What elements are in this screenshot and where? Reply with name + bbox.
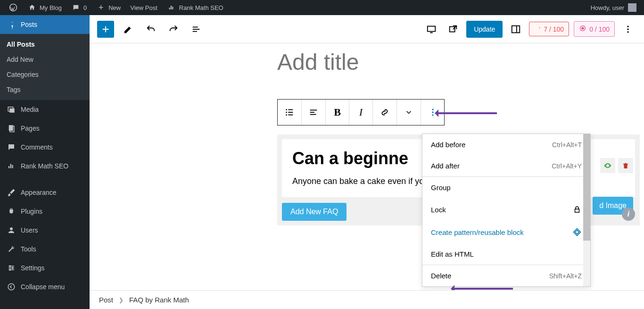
sidebar-submenu-posts: All Posts Add New Categories Tags bbox=[0, 34, 90, 100]
outline-button[interactable] bbox=[188, 21, 205, 38]
italic-button[interactable]: I bbox=[349, 100, 373, 125]
sidebar-item-posts[interactable]: Posts bbox=[0, 15, 90, 34]
sidebar-toggle-button[interactable] bbox=[507, 21, 524, 38]
svg-rect-28 bbox=[288, 112, 293, 113]
faq-delete-button[interactable] bbox=[618, 158, 633, 173]
svg-rect-30 bbox=[288, 115, 293, 116]
align-button[interactable] bbox=[302, 100, 326, 125]
dd-group[interactable]: Group bbox=[422, 177, 590, 198]
new-link[interactable]: +New bbox=[91, 0, 125, 15]
dd-edit-html[interactable]: Edit as HTML bbox=[422, 243, 590, 265]
undo-button[interactable] bbox=[142, 21, 159, 38]
dd-lock[interactable]: Lock bbox=[422, 198, 590, 221]
home-icon bbox=[27, 3, 37, 12]
sidebar-appearance-label: Appearance bbox=[21, 189, 57, 196]
add-block-button[interactable] bbox=[97, 21, 114, 38]
dd-add-before[interactable]: Add beforeCtrl+Alt+T bbox=[422, 134, 590, 155]
options-button[interactable] bbox=[619, 21, 636, 38]
svg-rect-8 bbox=[8, 269, 14, 270]
svg-rect-18 bbox=[512, 25, 520, 33]
sidebar-item-users[interactable]: Users bbox=[0, 221, 90, 240]
sidebar-item-tools[interactable]: Tools bbox=[0, 240, 90, 259]
faq-visibility-button[interactable] bbox=[600, 158, 615, 173]
dd-add-after[interactable]: Add afterCtrl+Alt+Y bbox=[422, 155, 590, 176]
svg-rect-7 bbox=[8, 267, 14, 268]
avatar[interactable] bbox=[628, 3, 636, 12]
svg-point-12 bbox=[8, 284, 15, 290]
trend-icon bbox=[534, 25, 541, 33]
faq-actions bbox=[600, 158, 633, 173]
svg-rect-11 bbox=[9, 269, 10, 271]
sidebar-item-comments[interactable]: Comments bbox=[0, 138, 90, 157]
svg-point-5 bbox=[10, 227, 13, 230]
edit-mode-button[interactable] bbox=[120, 21, 137, 38]
dd-add-after-kbd: Ctrl+Alt+Y bbox=[552, 162, 582, 170]
add-new-faq-button[interactable]: Add New FAQ bbox=[282, 203, 347, 221]
site-name: My Blog bbox=[40, 4, 62, 11]
update-button[interactable]: Update bbox=[466, 21, 503, 38]
preview-button[interactable] bbox=[445, 21, 462, 38]
sidebar-item-settings[interactable]: Settings bbox=[0, 259, 90, 277]
view-button[interactable] bbox=[423, 21, 440, 38]
breadcrumb-post[interactable]: Post bbox=[99, 296, 113, 304]
link-button[interactable] bbox=[373, 100, 397, 125]
seo-score-2[interactable]: 0 / 100 bbox=[574, 21, 615, 37]
howdy-text[interactable]: Howdy, user bbox=[591, 4, 624, 11]
block-toolbar: B I bbox=[277, 99, 445, 125]
plug-icon bbox=[7, 207, 16, 216]
block-options-dropdown: Add beforeCtrl+Alt+T Add afterCtrl+Alt+Y… bbox=[422, 134, 591, 287]
sidebar-sub-tags[interactable]: Tags bbox=[0, 82, 90, 97]
sidebar-plugins-label: Plugins bbox=[21, 208, 42, 215]
dd-create-pattern-label: Create pattern/reusable block bbox=[431, 228, 524, 236]
brush-icon bbox=[7, 188, 16, 197]
bold-button[interactable]: B bbox=[326, 100, 349, 125]
seo-label: Rank Math SEO bbox=[179, 4, 223, 11]
editor-area: Update 7 / 100 0 / 100 Add title B I bbox=[90, 15, 644, 309]
sidebar-item-appearance[interactable]: Appearance bbox=[0, 183, 90, 202]
svg-point-22 bbox=[627, 25, 628, 27]
svg-rect-2 bbox=[9, 109, 15, 113]
editor-canvas: Add title B I Can a beginne Anyone can b… bbox=[90, 43, 644, 290]
sidebar-sub-add-new[interactable]: Add New bbox=[0, 52, 90, 67]
svg-rect-14 bbox=[193, 29, 200, 30]
seo-score-1-value: 7 / 100 bbox=[544, 25, 564, 33]
comment-icon bbox=[71, 3, 81, 12]
svg-rect-33 bbox=[310, 114, 316, 115]
svg-point-24 bbox=[627, 31, 628, 33]
more-format-button[interactable] bbox=[397, 100, 421, 125]
dd-add-before-label: Add before bbox=[431, 141, 465, 149]
svg-rect-26 bbox=[288, 109, 293, 110]
svg-rect-37 bbox=[575, 209, 579, 212]
dd-create-pattern[interactable]: Create pattern/reusable block bbox=[422, 221, 590, 243]
svg-rect-6 bbox=[8, 266, 14, 267]
post-title-input[interactable]: Add title bbox=[277, 49, 359, 75]
block-type-button[interactable] bbox=[278, 100, 302, 125]
wordpress-icon bbox=[8, 3, 18, 12]
svg-rect-31 bbox=[310, 110, 317, 111]
sidebar-item-plugins[interactable]: Plugins bbox=[0, 202, 90, 221]
redo-button[interactable] bbox=[165, 21, 182, 38]
wp-logo[interactable] bbox=[4, 0, 23, 15]
dd-delete-label: Delete bbox=[431, 272, 451, 280]
sidebar-item-pages[interactable]: Pages bbox=[0, 119, 90, 138]
sidebar-item-rankmath[interactable]: Rank Math SEO bbox=[0, 157, 90, 175]
sidebar-pages-label: Pages bbox=[21, 125, 40, 132]
dropdown-scrollbar[interactable] bbox=[583, 134, 590, 286]
svg-rect-10 bbox=[12, 267, 13, 269]
seo-score-1[interactable]: 7 / 100 bbox=[529, 22, 569, 36]
info-icon[interactable]: i bbox=[622, 208, 635, 221]
seo-link[interactable]: Rank Math SEO bbox=[162, 0, 228, 15]
site-link[interactable]: My Blog bbox=[23, 0, 66, 15]
comments-link[interactable]: 0 bbox=[66, 0, 91, 15]
collapse-icon bbox=[7, 282, 16, 292]
dd-delete[interactable]: DeleteShift+Alt+Z bbox=[422, 265, 590, 286]
breadcrumb-faq[interactable]: FAQ by Rank Math bbox=[129, 296, 189, 304]
sidebar-sub-categories[interactable]: Categories bbox=[0, 67, 90, 82]
pin-icon bbox=[7, 20, 16, 29]
svg-rect-17 bbox=[450, 26, 455, 32]
wp-admin-bar: My Blog 0 +New View Post Rank Math SEO H… bbox=[0, 0, 644, 15]
sidebar-item-collapse[interactable]: Collapse menu bbox=[0, 277, 90, 296]
sidebar-sub-all-posts[interactable]: All Posts bbox=[0, 37, 90, 52]
sidebar-item-media[interactable]: Media bbox=[0, 100, 90, 119]
view-post-link[interactable]: View Post bbox=[125, 0, 162, 15]
